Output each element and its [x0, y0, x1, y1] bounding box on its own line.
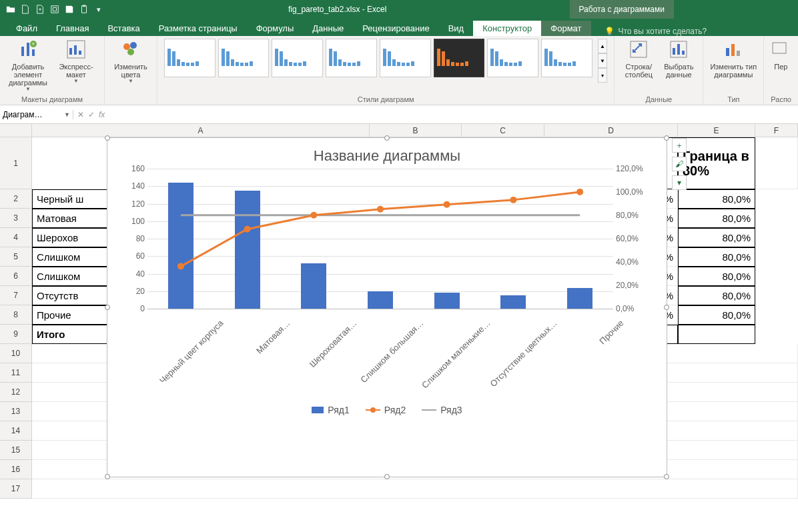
resize-handle[interactable]: [105, 135, 110, 141]
chart-style-thumb[interactable]: [541, 39, 592, 77]
tab-file[interactable]: Файл: [7, 21, 47, 36]
row-header[interactable]: 15: [0, 441, 32, 460]
row-header[interactable]: 13: [0, 402, 32, 421]
tab-design[interactable]: Конструктор: [473, 21, 541, 36]
resize-handle[interactable]: [664, 135, 669, 141]
chevron-down-icon[interactable]: ▼: [64, 111, 70, 118]
quick-layout-button[interactable]: Экспресс-макет ▼: [55, 39, 97, 85]
col-header[interactable]: B: [370, 124, 462, 137]
change-colors-button[interactable]: Изменить цвета ▼: [111, 39, 150, 85]
add-chart-element-button[interactable]: + Добавить элемент диаграммы ▼: [7, 39, 49, 93]
row-header[interactable]: 4: [0, 228, 32, 247]
tab-data[interactable]: Данные: [303, 21, 353, 36]
folder-open-icon[interactable]: [4, 3, 17, 16]
col-header[interactable]: E: [678, 124, 755, 137]
tab-view[interactable]: Вид: [439, 21, 474, 36]
tell-me-search[interactable]: 💡 Что вы хотите сделать?: [605, 27, 707, 36]
fx-icon[interactable]: fx: [99, 110, 105, 119]
legend-label: Ряд3: [440, 405, 462, 415]
row-header[interactable]: 7: [0, 286, 32, 305]
chart-object[interactable]: ＋ 🖌 ▾ Название диаграммы 0 20 40 60 80 1…: [107, 137, 667, 477]
ribbon-group-type: Изменить тип диаграммы Тип: [703, 36, 764, 105]
tab-home[interactable]: Главная: [47, 21, 98, 36]
cell[interactable]: 80,0%: [678, 305, 755, 325]
col-header[interactable]: F: [755, 124, 798, 137]
cell[interactable]: 80,0%: [678, 247, 755, 267]
cell[interactable]: 80,0%: [678, 286, 755, 305]
chart-style-thumb[interactable]: [326, 39, 377, 77]
chart-elements-button[interactable]: ＋: [672, 138, 687, 153]
cancel-formula-icon[interactable]: ✕: [77, 110, 84, 119]
col-header[interactable]: A: [32, 124, 370, 137]
y-tick-label: 80,0%: [616, 211, 639, 220]
save-icon[interactable]: [63, 3, 76, 16]
col-header[interactable]: D: [544, 124, 678, 137]
gallery-down-icon[interactable]: ▼: [598, 53, 608, 68]
select-data-button[interactable]: Выбрать данные: [661, 39, 696, 79]
cell[interactable]: [678, 325, 755, 344]
cell[interactable]: 80,0%: [678, 209, 755, 228]
row-header[interactable]: 10: [0, 344, 32, 363]
select-all-triangle[interactable]: [0, 124, 32, 137]
tab-review[interactable]: Рецензирование: [353, 21, 438, 36]
new-file-icon[interactable]: [19, 3, 32, 16]
col-header[interactable]: C: [462, 124, 544, 137]
tab-format[interactable]: Формат: [541, 21, 590, 36]
print-preview-icon[interactable]: [48, 3, 61, 16]
cell[interactable]: 80,0%: [678, 267, 755, 286]
plot-area[interactable]: 0 20 40 60 80 100 120 140 160 0,0% 20,0%…: [147, 169, 613, 309]
chart-styles-button[interactable]: 🖌: [672, 157, 687, 171]
chart-style-thumb[interactable]: [434, 39, 485, 77]
row-header[interactable]: 16: [0, 460, 32, 479]
row-header[interactable]: 6: [0, 267, 32, 286]
legend-item[interactable]: Ряд2: [366, 405, 406, 415]
chart-title[interactable]: Название диаграммы: [107, 138, 667, 169]
cell[interactable]: Граница в 80%: [678, 137, 755, 189]
row-header[interactable]: 14: [0, 421, 32, 441]
change-chart-type-button[interactable]: Изменить тип диаграммы: [710, 39, 757, 79]
row-header[interactable]: 12: [0, 383, 32, 402]
legend-item[interactable]: Ряд3: [422, 405, 462, 415]
tab-formulas[interactable]: Формулы: [247, 21, 304, 36]
cell[interactable]: [755, 137, 798, 189]
chart-style-thumb[interactable]: [272, 39, 323, 77]
chart-style-thumb[interactable]: [487, 39, 538, 77]
legend-item[interactable]: Ряд1: [312, 405, 349, 415]
row-header[interactable]: 2: [0, 189, 32, 209]
chart-style-thumb[interactable]: [164, 39, 216, 77]
new-file-plus-icon[interactable]: [33, 3, 47, 16]
row-header[interactable]: 17: [0, 479, 32, 499]
svg-rect-16: [682, 51, 685, 55]
resize-handle[interactable]: [664, 305, 669, 310]
y-tick-label: 0: [140, 304, 145, 313]
enter-formula-icon[interactable]: ✓: [88, 110, 95, 119]
resize-handle[interactable]: [384, 135, 390, 141]
cumulative-line[interactable]: [181, 192, 580, 267]
tab-page-layout[interactable]: Разметка страницы: [149, 21, 247, 36]
move-chart-button[interactable]: Пер: [771, 39, 791, 71]
cell[interactable]: 80,0%: [678, 228, 755, 247]
resize-handle[interactable]: [105, 305, 110, 310]
resize-handle[interactable]: [384, 474, 390, 479]
chart-style-thumb[interactable]: [218, 39, 270, 77]
chart-filters-button[interactable]: ▾: [672, 175, 687, 190]
row-header[interactable]: 8: [0, 305, 32, 325]
gallery-up-icon[interactable]: ▲: [598, 39, 608, 53]
switch-rowcol-button[interactable]: Строка/ столбец: [621, 39, 656, 79]
row-header[interactable]: 9: [0, 325, 32, 344]
resize-handle[interactable]: [664, 474, 669, 479]
row-header[interactable]: 11: [0, 363, 32, 383]
qat-dropdown-icon[interactable]: ▾: [92, 3, 105, 16]
paste-icon[interactable]: [77, 3, 91, 16]
cell[interactable]: [32, 479, 798, 499]
gallery-more-icon[interactable]: ▾: [598, 68, 608, 83]
cell[interactable]: 80,0%: [678, 189, 755, 209]
row-header[interactable]: 3: [0, 209, 32, 228]
tab-insert[interactable]: Вставка: [98, 21, 149, 36]
chart-legend[interactable]: Ряд1 Ряд2 Ряд3: [107, 405, 667, 415]
name-box[interactable]: Диаграм… ▼: [0, 110, 73, 119]
row-header[interactable]: 5: [0, 247, 32, 267]
resize-handle[interactable]: [105, 474, 110, 479]
row-header[interactable]: 1: [0, 137, 32, 189]
chart-style-thumb[interactable]: [380, 39, 431, 77]
